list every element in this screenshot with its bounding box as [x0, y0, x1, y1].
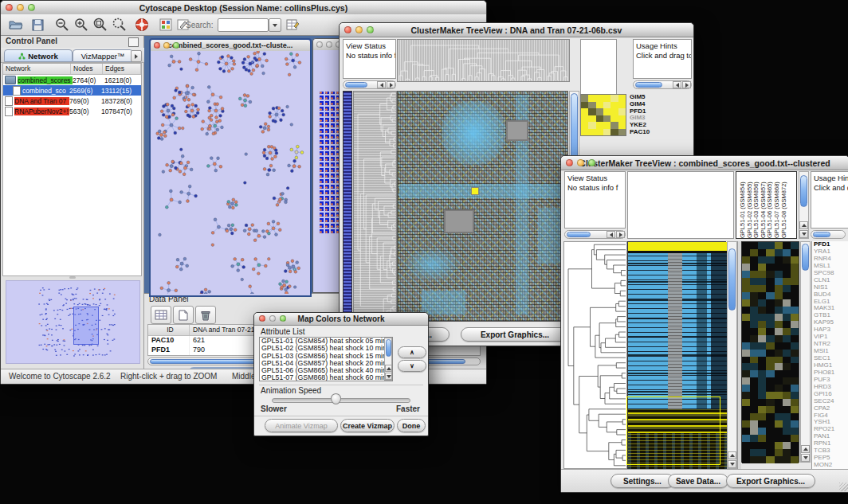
scrollbar-thumb[interactable] — [802, 244, 809, 271]
array-column-label[interactable]: GPL51-08 (GSM872) — [780, 174, 787, 238]
scroll-left-button[interactable] — [377, 81, 386, 88]
delete-attribute-trash-icon[interactable] — [195, 306, 216, 324]
tab-vizmapper[interactable]: VizMapper™ — [73, 49, 133, 62]
save-data-button[interactable]: Save Data... — [668, 474, 728, 488]
column-header-network[interactable]: Network — [3, 64, 71, 74]
zoom-out-icon[interactable] — [53, 17, 70, 33]
close-button[interactable] — [154, 42, 160, 49]
tv1-column-dendrogram[interactable] — [397, 39, 570, 82]
column-header-id[interactable]: ID — [148, 325, 190, 335]
dialog-titlebar[interactable]: Map Colors to Network — [254, 313, 428, 326]
array-column-label[interactable]: GPL51-02 (GSM855) — [746, 174, 753, 238]
tv1-hints-hscrollbar[interactable] — [633, 80, 692, 89]
scroll-up-button[interactable] — [728, 451, 736, 459]
array-column-label[interactable]: GPL51-06 (GSM865) — [766, 174, 773, 238]
birds-eye-view[interactable] — [6, 280, 140, 364]
tv2-zoom-heatmap[interactable] — [741, 241, 799, 463]
vizmap-icon[interactable] — [157, 17, 174, 33]
column-header-nodes[interactable]: Nodes — [71, 64, 103, 74]
search-input[interactable] — [218, 18, 269, 32]
move-attribute-down-button[interactable]: ∨ — [398, 360, 426, 372]
scroll-left-button[interactable] — [673, 81, 681, 88]
save-button[interactable] — [29, 17, 46, 33]
gene-label[interactable]: MON2 — [814, 462, 848, 469]
animate-vizmap-button[interactable]: Animate Vizmap — [265, 419, 338, 432]
done-button[interactable]: Done — [397, 419, 426, 432]
scroll-down-button[interactable] — [728, 460, 736, 468]
export-graphics-button[interactable]: Export Graphics... — [461, 327, 569, 342]
attribute-list-item[interactable]: GPL51-07 (GSM868) heat shock 60 min — [261, 374, 392, 381]
tv2-titlebar[interactable]: ClusterMaker TreeView : combined_scores_… — [561, 156, 848, 170]
tv2-labels-vscrollbar[interactable] — [799, 171, 809, 239]
network-tree-panel[interactable]: Network Nodes Edges combined_scores2764(… — [2, 63, 142, 276]
tv1-global-selection-strip[interactable] — [343, 91, 352, 322]
scrollbar-thumb[interactable] — [728, 248, 736, 311]
close-button[interactable] — [259, 315, 265, 322]
zoom-selected-icon[interactable] — [111, 17, 128, 33]
column-header-edges[interactable]: Edges — [103, 64, 141, 74]
close-button[interactable] — [566, 159, 573, 166]
matrix-row-label[interactable]: PAC10 — [630, 129, 666, 136]
scroll-up-button[interactable] — [801, 445, 810, 453]
attribute-table-icon[interactable] — [285, 17, 301, 33]
scrollbar-thumb[interactable] — [386, 339, 391, 357]
scrollbar-thumb[interactable] — [567, 232, 591, 237]
tv2-column-dendrogram[interactable] — [627, 171, 734, 239]
scroll-up-button[interactable] — [799, 221, 808, 229]
network-view-window-1[interactable]: combined_scores_good.txt--cluste... — [149, 38, 312, 297]
birds-eye-viewport-rect[interactable] — [73, 307, 99, 345]
resize-grip[interactable] — [839, 483, 848, 491]
close-button[interactable] — [6, 4, 13, 11]
attribute-select-icon[interactable] — [151, 306, 171, 324]
scroll-down-button[interactable] — [799, 230, 808, 238]
array-column-label[interactable]: GPL51-01 (GSM854) — [739, 174, 746, 238]
network-view-1-titlebar[interactable]: combined_scores_good.txt--cluste... — [151, 40, 310, 52]
zoom-button[interactable] — [173, 42, 179, 49]
scroll-right-button[interactable] — [387, 81, 395, 88]
network-tree-row[interactable]: DNA and Tran 07769(0)183728(0) — [3, 96, 141, 106]
tv2-row-dendrogram[interactable] — [563, 241, 627, 469]
minimize-button[interactable] — [163, 42, 170, 49]
tv1-titlebar[interactable]: ClusterMaker TreeView : DNA and Tran 07-… — [340, 23, 693, 37]
scroll-up-button[interactable] — [385, 365, 392, 372]
tv2-status-hscrollbar[interactable] — [564, 230, 626, 239]
zoom-button[interactable] — [367, 26, 374, 33]
tv2-zoom-vscrollbar[interactable] — [800, 241, 811, 463]
tv2-global-heatmap[interactable] — [627, 241, 726, 469]
tv2-hints-hscrollbar[interactable] — [811, 230, 846, 239]
zoom-fit-icon[interactable] — [92, 17, 108, 33]
close-button[interactable] — [316, 41, 323, 48]
attribute-list[interactable]: GPL51-01 (GSM854) heat shock 05 minGPL51… — [259, 337, 393, 381]
minimize-button[interactable] — [577, 159, 584, 166]
network-tree-row[interactable]: RNAPuberNov2+!563(0)107847(0) — [3, 106, 141, 116]
create-vizmap-button[interactable]: Create Vizmap — [340, 419, 395, 432]
minimize-button[interactable] — [17, 4, 24, 11]
network-tree-row[interactable]: combined_sco2569(6)13112(15) — [3, 85, 141, 96]
tv1-heatmap[interactable] — [397, 91, 568, 322]
minimize-button[interactable] — [326, 41, 332, 48]
help-lifesaver-icon[interactable] — [133, 17, 150, 33]
tv1-zoom-matrix[interactable] — [580, 94, 626, 136]
scroll-down-button[interactable] — [801, 454, 810, 462]
tv2-gene-list[interactable]: PFD1YRA1RNR4MSL1SPC98CLN1NIS1BUD4ELG1MAK… — [811, 241, 848, 469]
tab-network[interactable]: Network — [4, 49, 73, 62]
network-tree-row[interactable]: combined_scores2764(0)16218(0) — [3, 75, 141, 85]
tv1-row-dendrogram[interactable] — [353, 91, 397, 322]
scrollbar-thumb[interactable] — [800, 175, 807, 207]
tv1-status-hscrollbar[interactable] — [343, 80, 396, 89]
new-attribute-icon[interactable] — [173, 306, 194, 324]
array-column-label[interactable]: GPL51-03 (GSM856) — [752, 174, 760, 238]
float-panel-icon[interactable] — [128, 37, 139, 47]
animation-speed-slider[interactable] — [272, 398, 410, 403]
main-titlebar[interactable]: Cytoscape Desktop (Session Name: collins… — [1, 1, 486, 15]
minimize-button[interactable] — [355, 26, 363, 33]
scroll-right-button[interactable] — [616, 231, 625, 238]
scroll-right-button[interactable] — [682, 81, 691, 88]
open-file-button[interactable] — [7, 17, 24, 33]
scroll-left-button[interactable] — [607, 231, 615, 238]
scrollbar-thumb[interactable] — [635, 82, 662, 88]
splitter-handle[interactable] — [69, 276, 76, 279]
scrollbar-thumb[interactable] — [345, 82, 367, 88]
settings-button[interactable]: Settings... — [610, 474, 674, 488]
scroll-down-button[interactable] — [385, 373, 392, 380]
